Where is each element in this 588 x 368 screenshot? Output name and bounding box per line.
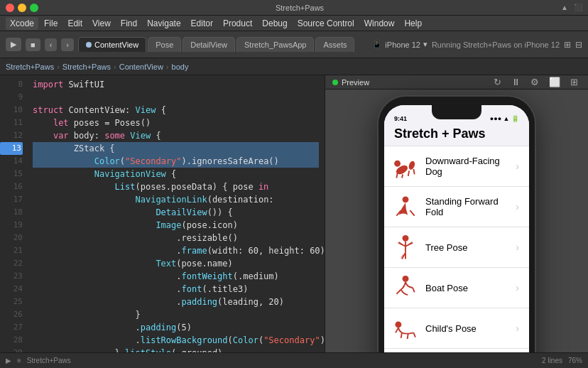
line-numbers: 8 9 10 11 12 13 14 15 16 17 18 19 20 21 … — [0, 75, 27, 352]
tab-detailview[interactable]: DetailView — [183, 37, 235, 52]
tab-assets[interactable]: Assets — [315, 37, 354, 52]
pose-item-boat[interactable]: Boat Pose › — [384, 268, 529, 308]
svg-line-5 — [408, 171, 409, 176]
pose-item-child[interactable]: Child's Pose › — [384, 308, 529, 349]
title-bar-title: Stretch+Paws — [276, 4, 324, 12]
pose-item-forward[interactable]: Standing Forward Fold › — [384, 187, 529, 227]
layout-icon[interactable]: ⊟ — [575, 40, 582, 50]
pose-item-dog[interactable]: Downward-Facing Dog › — [384, 146, 529, 187]
dog-icon — [392, 153, 419, 180]
pose-item-lotus[interactable]: Lotus Pose › — [384, 349, 529, 352]
back-button[interactable]: ‹ — [45, 38, 58, 51]
code-line-25: .padding(leading, 20) — [33, 296, 319, 308]
tab-detail-label: DetailView — [190, 40, 227, 49]
breadcrumb-sep-3: › — [166, 63, 169, 71]
status-line-count: 2 lines — [542, 357, 562, 364]
run-status: Running Stretch+Paws on iPhone 12 — [432, 40, 560, 49]
chevron-down-icon: ▾ — [423, 40, 428, 49]
svg-point-19 — [395, 322, 401, 328]
phone-nav-title: Stretch + Paws — [384, 125, 529, 146]
code-line-19: Image(pose.icon) — [33, 219, 319, 232]
code-line-21: .frame(width: 60, height: 60) — [33, 244, 319, 257]
phone-screen: 9:41 ●●● ▲ 🔋 Stretch + Paws — [384, 105, 529, 352]
code-line-18: DetailView()) { — [33, 206, 319, 219]
childs-pose-icon — [392, 315, 419, 342]
device-selector[interactable]: 📱 iPhone 12 ▾ — [372, 40, 428, 49]
svg-line-20 — [401, 332, 402, 338]
menu-navigate[interactable]: Navigate — [143, 17, 185, 30]
menu-source-control[interactable]: Source Control — [293, 17, 359, 30]
preview-inspect-button[interactable]: ⚙ — [528, 75, 542, 89]
run-button[interactable]: ▶ — [6, 38, 21, 51]
menu-xcode[interactable]: Xcode — [6, 17, 38, 30]
pose-item-tree[interactable]: Tree Pose › — [384, 227, 529, 268]
traffic-lights — [6, 4, 38, 12]
svg-line-3 — [396, 173, 397, 178]
svg-point-7 — [403, 196, 409, 202]
pose-icon-dog — [391, 152, 420, 180]
menu-debug[interactable]: Debug — [258, 17, 291, 30]
stop-button[interactable]: ■ — [26, 38, 40, 51]
tab-pose[interactable]: Pose — [148, 37, 181, 52]
tab-contentview[interactable]: ContentView — [78, 37, 146, 52]
svg-line-6 — [413, 169, 414, 175]
close-button[interactable] — [6, 4, 14, 12]
maximize-button[interactable] — [30, 4, 38, 12]
pose-name-boat: Boat Pose — [425, 283, 510, 293]
minimize-button[interactable] — [18, 4, 26, 12]
preview-toolbar: Preview ↻ ⏸ ⚙ ⬜ ⊞ — [325, 75, 588, 90]
menu-find[interactable]: Find — [116, 17, 141, 30]
svg-line-9 — [410, 210, 414, 216]
wifi-icon: ▲ — [561, 4, 568, 11]
preview-refresh-button[interactable]: ↻ — [491, 75, 504, 89]
breadcrumb-sep-1: › — [57, 63, 60, 71]
device-icon: 📱 — [372, 40, 382, 49]
tab-stretchpawsapp[interactable]: Stretch_PawsApp — [236, 37, 314, 52]
menu-window[interactable]: Window — [360, 17, 399, 30]
code-line-17: NavigationLink(destination: — [33, 193, 319, 206]
battery-icon: ⬛ — [574, 4, 582, 11]
pose-icon-boat — [391, 274, 420, 302]
code-editor[interactable]: 8 9 10 11 12 13 14 15 16 17 18 19 20 21 … — [0, 75, 325, 352]
split-icon[interactable]: ⊞ — [564, 40, 571, 50]
breadcrumb-root[interactable]: Stretch+Paws — [6, 63, 54, 71]
pose-name-child: Child's Pose — [425, 323, 510, 334]
tab-pose-label: Pose — [156, 40, 173, 49]
menu-edit[interactable]: Edit — [63, 17, 87, 30]
code-line-16: List(poses.poseData) { pose in — [33, 180, 319, 193]
forward-button[interactable]: › — [61, 38, 74, 51]
main-area: 8 9 10 11 12 13 14 15 16 17 18 19 20 21 … — [0, 75, 588, 352]
code-line-15: NavigationView { — [33, 168, 319, 180]
pose-chevron-boat: › — [516, 282, 519, 293]
svg-point-16 — [403, 276, 409, 282]
status-bar: ▶ ≡ Stretch+Paws 2 lines 76% — [0, 352, 588, 368]
preview-panel: Preview ↻ ⏸ ⚙ ⬜ ⊞ 9:41 ●●● ▲ 🔋 Stretch +… — [325, 75, 588, 352]
menu-help[interactable]: Help — [400, 17, 426, 30]
menu-editor[interactable]: Editor — [187, 17, 217, 30]
svg-line-21 — [408, 334, 408, 340]
preview-label: Preview — [332, 78, 369, 87]
preview-pause-button[interactable]: ⏸ — [508, 75, 523, 89]
svg-point-10 — [403, 235, 409, 242]
preview-layout-button[interactable]: ⊞ — [567, 75, 581, 89]
code-line-8: import SwiftUI — [33, 78, 319, 91]
code-line-10: struct ContentView: View { — [33, 104, 319, 117]
phone-time: 9:41 — [394, 115, 407, 122]
preview-share-button[interactable]: ⬜ — [546, 75, 563, 89]
menu-product[interactable]: Product — [219, 17, 256, 30]
boat-pose-icon — [392, 274, 419, 301]
pose-icon-forward — [391, 193, 420, 221]
code-line-29: }.listStyle(.grouped) — [33, 347, 319, 352]
code-line-26: } — [33, 308, 319, 321]
tree-pose-icon — [392, 234, 419, 261]
code-line-23: .fontWeight(.medium) — [33, 270, 319, 283]
menu-view[interactable]: View — [88, 17, 115, 30]
title-bar-icons: ▲ ⬛ — [561, 4, 582, 11]
code-content[interactable]: import SwiftUI struct ContentView: View … — [27, 75, 325, 352]
breadcrumb-project[interactable]: Stretch+Paws — [62, 63, 111, 71]
pose-list: Downward-Facing Dog › — [384, 146, 529, 352]
toolbar-right: ⊞ ⊟ — [564, 40, 582, 50]
menu-file[interactable]: File — [40, 17, 62, 30]
breadcrumb-contentview[interactable]: ContentView — [119, 63, 163, 71]
breadcrumb-body[interactable]: body — [172, 63, 189, 71]
